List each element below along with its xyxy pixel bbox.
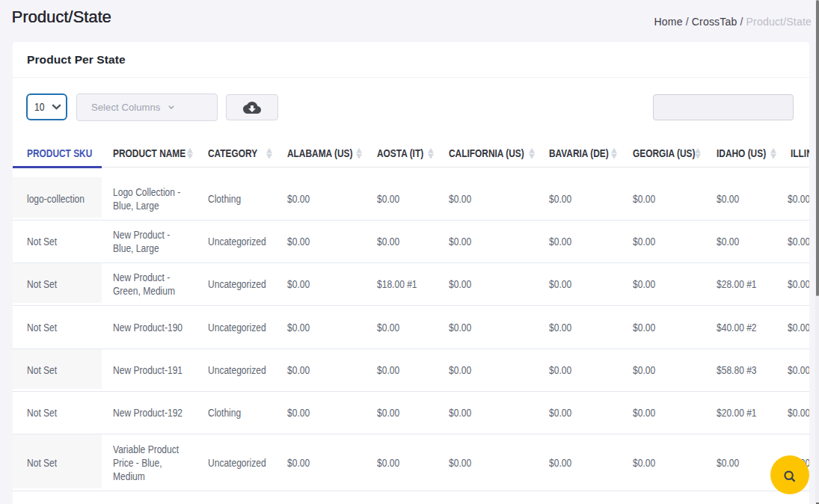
chevron-down-icon bbox=[52, 104, 61, 110]
table-row: Not SetNew Product-190Uncategorized$0.00… bbox=[13, 306, 809, 349]
column-header-product-sku: PRODUCT SKU bbox=[13, 139, 102, 168]
breadcrumb: Home/CrossTab/Product/State bbox=[654, 16, 812, 28]
sort-icon bbox=[428, 147, 435, 159]
page-size-value: 10 bbox=[34, 101, 44, 113]
table-cell: $0.00 bbox=[705, 221, 781, 263]
sort-icon bbox=[529, 147, 536, 159]
breadcrumb-separator: / bbox=[683, 16, 692, 28]
table-cell: New Product-190 bbox=[102, 306, 197, 349]
table-cell: $28.00 #1 bbox=[705, 263, 781, 306]
table-cell: $0.00 bbox=[622, 306, 705, 349]
table-cell: $0.00 bbox=[438, 221, 539, 263]
column-header-product-name[interactable]: PRODUCT NAME bbox=[102, 139, 197, 168]
column-header-label: ILLINOIS (US) bbox=[791, 147, 809, 159]
select-columns-button[interactable]: Select Columns bbox=[76, 93, 218, 121]
breadcrumb-home[interactable]: Home bbox=[654, 16, 682, 28]
column-header-alabama-us[interactable]: ALABAMA (US) bbox=[277, 139, 366, 168]
table-cell: $0.00 bbox=[539, 434, 622, 491]
search-fab[interactable] bbox=[770, 455, 809, 494]
table-cell: $0.00 bbox=[781, 177, 809, 221]
table-row: logo-collectionLogo Collection - Blue, L… bbox=[13, 177, 809, 221]
product-per-state-card: Product Per State 10 Select Columns PROD… bbox=[13, 42, 809, 504]
table-row: Not SetNew Product-192Clothing$0.00$0.00… bbox=[13, 392, 809, 434]
table-cell: Not Set bbox=[13, 434, 102, 491]
cloud-download-icon bbox=[243, 99, 261, 117]
column-header-california-us[interactable]: CALIFORNIA (US) bbox=[438, 139, 539, 168]
table-cell: $0.00 bbox=[277, 306, 366, 349]
table-cell: $0.00 bbox=[366, 392, 438, 434]
table-cell: $0.00 bbox=[438, 177, 539, 221]
table-cell: $0.00 bbox=[438, 349, 539, 392]
active-column-underline bbox=[13, 166, 102, 168]
table-cell: $40.00 #2 bbox=[705, 306, 781, 349]
download-button[interactable] bbox=[226, 94, 278, 120]
table-cell: $0.00 bbox=[622, 392, 705, 434]
search-input[interactable] bbox=[653, 94, 794, 120]
table-cell: $0.00 bbox=[277, 263, 366, 306]
table-cell: logo-collection bbox=[13, 177, 102, 221]
table-cell: Not Set bbox=[13, 306, 102, 349]
table-cell: Uncategorized bbox=[197, 349, 277, 392]
table-cell: $58.80 #3 bbox=[705, 349, 781, 392]
table-cell: Clothing bbox=[197, 392, 277, 434]
breadcrumb-separator: / bbox=[737, 16, 746, 28]
table-row: Not SetNew Product - Blue, LargeUncatego… bbox=[13, 221, 809, 263]
table-cell: $0.00 bbox=[539, 177, 622, 221]
chevron-down-icon bbox=[168, 105, 174, 109]
sort-icon bbox=[611, 147, 619, 159]
table-cell: $0.00 bbox=[277, 221, 366, 263]
table-cell: Uncategorized bbox=[197, 434, 277, 491]
table-cell: Uncategorized bbox=[197, 221, 277, 263]
table-cell: $0.00 bbox=[539, 221, 622, 263]
column-header-label: CATEGORY bbox=[208, 147, 257, 159]
column-header-label: BAVARIA (DE) bbox=[549, 147, 609, 159]
card-title: Product Per State bbox=[27, 53, 126, 67]
table-cell: $0.00 bbox=[366, 221, 438, 263]
table-cell: $0.00 bbox=[705, 434, 781, 491]
table-cell: $0.00 bbox=[781, 306, 809, 349]
table-cell: $0.00 bbox=[622, 263, 705, 306]
search-icon bbox=[782, 467, 798, 483]
column-header-category[interactable]: CATEGORY bbox=[197, 139, 277, 168]
scrollbar-thumb[interactable] bbox=[816, 0, 819, 296]
table-cell: $0.00 bbox=[622, 434, 705, 491]
table-cell: New Product-192 bbox=[102, 392, 197, 434]
table-cell: $0.00 bbox=[622, 221, 705, 263]
column-header-aosta-it[interactable]: AOSTA (IT) bbox=[366, 139, 438, 168]
table-cell: $0.00 bbox=[539, 306, 622, 349]
table-cell: $20.00 #1 bbox=[705, 392, 781, 434]
column-header-label: IDAHO (US) bbox=[717, 147, 766, 159]
table-cell: $0.00 bbox=[277, 434, 366, 491]
table-cell: $0.00 bbox=[781, 349, 809, 392]
table-cell: Logo Collection - Blue, Large bbox=[102, 177, 197, 221]
table-cell: $0.00 bbox=[539, 392, 622, 434]
column-header-label: PRODUCT SKU bbox=[27, 147, 92, 159]
card-header: Product Per State bbox=[13, 42, 809, 78]
column-header-label: CALIFORNIA (US) bbox=[449, 147, 524, 159]
column-header-label: AOSTA (IT) bbox=[377, 147, 423, 159]
column-header-idaho-us[interactable]: IDAHO (US) bbox=[705, 139, 781, 168]
table-cell: Not Set bbox=[13, 263, 102, 306]
page-title: Product/State bbox=[12, 7, 111, 27]
table-cell: $0.00 bbox=[438, 392, 539, 434]
table-header-gap bbox=[13, 168, 809, 177]
table-cell: Uncategorized bbox=[197, 306, 277, 349]
table-row: Not SetNew Product-191Uncategorized$0.00… bbox=[13, 349, 809, 392]
column-header-illinois-us[interactable]: ILLINOIS (US) bbox=[781, 139, 809, 168]
column-header-label: GEORGIA (US) bbox=[633, 147, 696, 159]
table-cell: Not Set bbox=[13, 221, 102, 263]
column-header-georgia-us[interactable]: GEORGIA (US) bbox=[622, 139, 705, 168]
table-cell: $0.00 bbox=[277, 177, 366, 221]
column-header-bavaria-de[interactable]: BAVARIA (DE) bbox=[539, 139, 622, 168]
table-cell: Uncategorized bbox=[197, 263, 277, 306]
table-cell: $0.00 bbox=[539, 349, 622, 392]
table-cell: $0.00 bbox=[781, 221, 809, 263]
table-cell: $0.00 bbox=[781, 392, 809, 434]
page-size-select[interactable]: 10 bbox=[26, 93, 67, 120]
table-wrap: PRODUCT SKUPRODUCT NAMECATEGORYALABAMA (… bbox=[13, 139, 809, 491]
product-state-page: Product/State Home/CrossTab/Product/Stat… bbox=[0, 0, 819, 504]
table-cell: $0.00 bbox=[366, 349, 438, 392]
breadcrumb-crosstab[interactable]: CrossTab bbox=[692, 16, 737, 28]
sort-icon bbox=[266, 147, 274, 159]
table-cell: $0.00 bbox=[781, 263, 809, 306]
